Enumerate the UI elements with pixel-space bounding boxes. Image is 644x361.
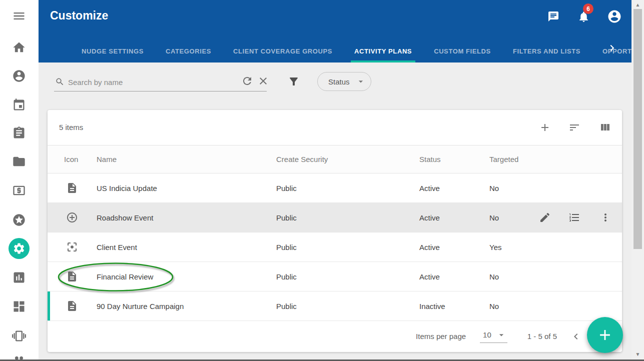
chevron-down-icon: [496, 330, 506, 340]
row-targeted: No: [489, 262, 499, 292]
column-header-icon: Icon: [64, 146, 78, 173]
page-size-select[interactable]: 10: [480, 330, 507, 343]
calendar-icon[interactable]: [12, 98, 26, 112]
tab-activity-plans[interactable]: ACTIVITY PLANS: [351, 40, 415, 62]
status-chip-label: Status: [328, 78, 350, 86]
settings-active-item[interactable]: [9, 238, 30, 259]
dashboard-grid-icon[interactable]: [12, 300, 26, 314]
bar-chart-icon[interactable]: [12, 270, 26, 284]
menu-icon[interactable]: [12, 9, 26, 23]
row-create-security: Public: [276, 292, 297, 321]
search-icon: [55, 77, 65, 86]
row-status: Inactive: [419, 292, 445, 321]
status-filter-chip[interactable]: Status: [317, 72, 371, 91]
add-icon[interactable]: [539, 122, 551, 134]
row-name: US Indicia Update: [97, 174, 157, 203]
sidebar: [0, 0, 39, 361]
table-row-roadshow-event[interactable]: Roadshow Event Public Active No: [48, 203, 622, 232]
pagination-bar: Items per page 10 1 - 5 of 5: [48, 321, 622, 352]
page-size-value: 10: [483, 330, 491, 339]
phone-vibrate-icon[interactable]: [12, 329, 26, 343]
row-targeted: No: [489, 292, 499, 321]
table-row-financial-review[interactable]: Financial Review Public Active No: [48, 262, 622, 292]
columns-icon[interactable]: [599, 122, 611, 134]
vertical-scrollbar[interactable]: ▲ ▼: [631, 0, 644, 361]
tab-client-coverage-groups[interactable]: CLIENT COVERAGE GROUPS: [230, 40, 336, 62]
document-icon: [66, 270, 78, 282]
row-create-security: Public: [276, 203, 297, 232]
column-header-name: Name: [97, 146, 117, 173]
row-name: Client Event: [97, 232, 137, 262]
add-activity-plan-fab[interactable]: [587, 317, 623, 353]
add-circle-icon: [66, 212, 78, 224]
person-icon[interactable]: [12, 69, 26, 83]
star-circle-icon[interactable]: [12, 213, 26, 227]
page-range-label: 1 - 5 of 5: [527, 332, 557, 340]
tab-categories[interactable]: CATEGORIES: [162, 40, 215, 62]
row-targeted: No: [489, 174, 499, 203]
sort-icon[interactable]: [568, 122, 580, 134]
document-icon: [66, 300, 78, 312]
clipboard-icon[interactable]: [12, 126, 26, 140]
row-create-security: Public: [276, 232, 297, 262]
tab-bar: NUDGE SETTINGS CATEGORIES CLIENT COVERAG…: [78, 40, 644, 62]
document-icon: [66, 182, 78, 194]
account-avatar-icon[interactable]: [607, 9, 622, 24]
app-header: Customize 6 NUDGE SETTINGS CATEGORIES CL…: [39, 0, 631, 62]
activity-plans-card: 5 items Icon Name Create Security Status…: [48, 110, 622, 352]
row-status: Active: [419, 262, 440, 292]
folder-icon[interactable]: [12, 154, 26, 168]
table-row-client-event[interactable]: Client Event Public Active Yes: [48, 232, 622, 262]
row-name: Financial Review: [97, 262, 153, 292]
table-row-us-indicia-update[interactable]: US Indicia Update Public Active No: [48, 174, 622, 203]
previous-page-icon[interactable]: [570, 330, 582, 342]
plus-icon: [596, 326, 613, 344]
column-header-status: Status: [419, 146, 441, 173]
row-status: Active: [419, 232, 440, 262]
scrollbar-thumb[interactable]: [633, 9, 642, 249]
search-input[interactable]: [68, 76, 218, 88]
dollar-icon[interactable]: [12, 184, 26, 198]
row-status: Active: [419, 203, 440, 232]
grid-header-row: Icon Name Create Security Status Targete…: [48, 145, 622, 174]
filter-funnel-icon[interactable]: [288, 76, 300, 88]
row-status: Active: [419, 174, 440, 203]
tab-custom-fields[interactable]: CUSTOM FIELDS: [430, 40, 494, 62]
items-count: 5 items: [59, 110, 83, 145]
tabs-scroll-right-icon[interactable]: [605, 42, 618, 54]
column-header-create-security: Create Security: [276, 146, 328, 173]
center-focus-icon: [66, 241, 78, 253]
row-name: 90 Day Nurture Campaign: [97, 292, 184, 321]
row-targeted: No: [489, 203, 499, 232]
chevron-down-icon: [356, 76, 366, 86]
scroll-down-icon[interactable]: ▼: [631, 352, 644, 357]
card-toolbar: 5 items: [48, 110, 622, 145]
tab-filters-and-lists[interactable]: FILTERS AND LISTS: [509, 40, 584, 62]
gear-icon: [13, 242, 26, 255]
search-field[interactable]: [54, 72, 267, 92]
column-header-targeted: Targeted: [489, 146, 518, 173]
scroll-up-icon[interactable]: ▲: [631, 2, 644, 8]
clear-search-icon[interactable]: [257, 75, 269, 87]
content-area: Status 5 items Icon Name Create Security…: [39, 62, 631, 361]
row-targeted: Yes: [489, 232, 501, 262]
refresh-icon[interactable]: [241, 75, 253, 87]
row-name: Roadshow Event: [97, 203, 153, 232]
edit-pencil-icon[interactable]: [539, 212, 551, 224]
notification-badge: 6: [583, 4, 593, 14]
messages-icon[interactable]: [547, 10, 559, 22]
tab-nudge-settings[interactable]: NUDGE SETTINGS: [78, 40, 147, 62]
numbered-list-icon[interactable]: [568, 212, 580, 224]
table-row-90-day-nurture-campaign[interactable]: 90 Day Nurture Campaign Public Inactive …: [48, 292, 622, 321]
more-options-kebab-icon[interactable]: [599, 212, 611, 224]
page-title: Customize: [50, 9, 108, 22]
home-icon[interactable]: [12, 40, 26, 54]
page: Customize 6 NUDGE SETTINGS CATEGORIES CL…: [0, 0, 644, 361]
items-per-page-label: Items per page: [416, 332, 466, 340]
row-create-security: Public: [276, 174, 297, 203]
row-create-security: Public: [276, 262, 297, 292]
